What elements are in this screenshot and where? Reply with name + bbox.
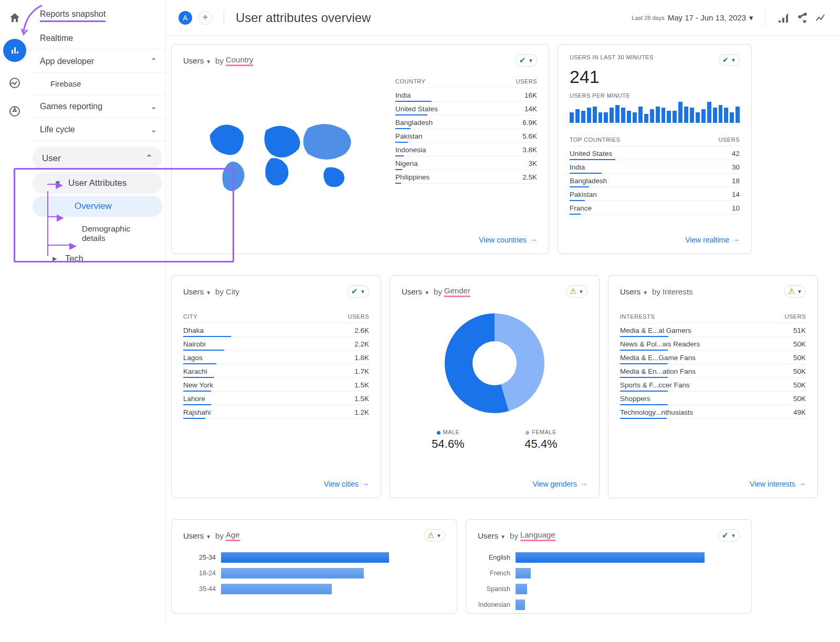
bar-row: 25-34 — [183, 552, 445, 563]
table-row[interactable]: United States14K — [395, 102, 537, 115]
table-row[interactable]: Media & E...al Gamers51K — [620, 323, 806, 337]
table-row[interactable]: Karachi1.7K — [183, 364, 369, 378]
bar-row: 18-24 — [183, 568, 445, 578]
country-table: COUNTRYUSERS India16KUnited States14KBan… — [395, 75, 537, 236]
nav-overview[interactable]: Overview — [33, 196, 162, 217]
annotation-arrow-ua: ▶ — [57, 212, 64, 223]
share-icon[interactable] — [796, 12, 808, 24]
card-status-menu[interactable]: ✔▼ — [719, 54, 740, 66]
advertising-icon[interactable] — [7, 104, 22, 119]
table-row[interactable]: New York1.5K — [183, 378, 369, 392]
annotation-tree-h3 — [47, 245, 72, 246]
divider — [224, 10, 224, 26]
table-row[interactable]: India16K — [395, 88, 537, 102]
card-status-menu[interactable]: ✔▼ — [718, 529, 740, 542]
bar-row: Spanish — [478, 584, 740, 594]
add-comparison-button[interactable]: + — [198, 11, 212, 25]
view-genders-link[interactable]: View genders→ — [532, 480, 587, 488]
card-status-menu[interactable]: ⚠▼ — [424, 529, 445, 542]
nav-realtime[interactable]: Realtime — [29, 27, 165, 50]
table-row[interactable]: Lagos1.8K — [183, 351, 369, 364]
table-row[interactable]: United States42 — [570, 146, 740, 160]
table-row[interactable]: Technology...nthusiasts49K — [620, 405, 806, 419]
table-row[interactable]: Pakistan5.6K — [395, 129, 537, 143]
annotation-arrow-ov: ▶ — [69, 240, 77, 251]
nav-user-attributes[interactable]: ▾ User Attributes — [33, 172, 162, 194]
audience-badge[interactable]: A — [178, 11, 192, 25]
table-row[interactable]: Nigeria3K — [395, 156, 537, 170]
card-status-menu[interactable]: ⚠▼ — [566, 285, 587, 298]
language-bar-chart: EnglishFrenchSpanishIndonesian — [478, 552, 740, 610]
nav-games-reporting[interactable]: Games reporting⌄ — [29, 95, 165, 118]
dimension-label: Country — [226, 55, 254, 66]
metric-select[interactable]: Users▼ — [183, 56, 213, 65]
table-row[interactable]: France10 — [570, 201, 740, 215]
table-row[interactable]: Dhaka2.6K — [183, 323, 369, 337]
card-status-menu[interactable]: ✔▼ — [516, 54, 537, 67]
caret-right-icon: ▸ — [52, 254, 60, 264]
arrow-right-icon: → — [732, 236, 740, 244]
nav-tech[interactable]: ▸ Tech — [29, 248, 165, 269]
edit-comparisons-icon[interactable] — [777, 12, 790, 24]
gender-legend: MALE54.6% FEMALE45.4% — [402, 429, 587, 451]
world-map-chart — [183, 72, 386, 236]
card-status-menu[interactable]: ✔▼ — [348, 285, 369, 298]
realtime-card: USERS IN LAST 30 MINUTES ✔▼ 241 USERS PE… — [558, 44, 752, 254]
realtime-label: USERS IN LAST 30 MINUTES — [570, 54, 654, 66]
main-content: A + User attributes overview Last 28 day… — [166, 0, 840, 622]
chevron-down-icon: ⌄ — [150, 124, 157, 134]
nav-life-cycle[interactable]: Life cycle⌄ — [29, 118, 165, 141]
card-status-menu[interactable]: ⚠▼ — [784, 285, 806, 298]
nav-firebase[interactable]: Firebase — [29, 73, 165, 95]
table-row[interactable]: Media & En...ation Fans50K — [620, 364, 806, 378]
view-cities-link[interactable]: View cities→ — [324, 480, 369, 488]
view-realtime-link[interactable]: View realtime→ — [685, 236, 740, 244]
gender-donut-chart — [445, 313, 544, 413]
table-row[interactable]: India30 — [570, 160, 740, 174]
table-row[interactable]: Rajshahi1.2K — [183, 405, 369, 419]
table-row[interactable]: Media & E...Game Fans50K — [620, 351, 806, 364]
view-interests-link[interactable]: View interests→ — [750, 480, 806, 488]
arrow-right-icon: → — [799, 480, 806, 488]
metric-select[interactable]: Users▼ — [402, 287, 432, 296]
explore-icon[interactable] — [7, 76, 22, 90]
date-range-picker[interactable]: Last 28 days May 17 - Jun 13, 2023 ▾ — [632, 13, 753, 23]
arrow-right-icon: → — [580, 480, 587, 488]
metric-select[interactable]: Users▼ — [183, 531, 213, 540]
view-countries-link[interactable]: View countries→ — [479, 236, 537, 244]
users-by-country-card: Users▼ by Country ✔▼ — [171, 44, 549, 254]
bar-row: Indonesian — [478, 599, 740, 610]
metric-select[interactable]: Users▼ — [478, 531, 508, 540]
users-by-age-card: Users▼ by Age ⚠▼ 25-3418-2435-44 — [171, 519, 457, 614]
table-row[interactable]: Lahore1.5K — [183, 392, 369, 405]
bar-row: 35-44 — [183, 584, 445, 594]
table-row[interactable]: Philippines2.5K — [395, 170, 537, 184]
table-row[interactable]: Indonesia3.8K — [395, 143, 537, 156]
metric-select[interactable]: Users▼ — [620, 287, 650, 296]
bar-row: English — [478, 552, 740, 563]
city-table: CITYUSERS Dhaka2.6KNairobi2.2KLagos1.8KK… — [183, 310, 369, 419]
chevron-up-icon: ⌃ — [145, 153, 153, 164]
arrow-right-icon: → — [530, 236, 537, 244]
insights-icon[interactable] — [815, 12, 827, 24]
table-row[interactable]: Bangladesh6.9K — [395, 115, 537, 129]
nav-app-developer[interactable]: App developer⌃ — [29, 50, 165, 73]
nav-user[interactable]: User⌃ — [33, 146, 162, 170]
table-row[interactable]: News & Pol...ws Readers50K — [620, 337, 806, 351]
reports-icon[interactable] — [3, 39, 26, 62]
realtime-count: 241 — [570, 67, 740, 87]
users-by-gender-card: Users▼ by Gender ⚠▼ MALE54.6% FEMALE45.4… — [390, 275, 600, 498]
table-row[interactable]: Pakistan14 — [570, 187, 740, 201]
table-row[interactable]: Bangladesh18 — [570, 174, 740, 187]
table-row[interactable]: Sports & F...ccer Fans50K — [620, 378, 806, 392]
arrow-right-icon: → — [362, 480, 369, 488]
table-row[interactable]: Nairobi2.2K — [183, 337, 369, 351]
home-icon[interactable] — [7, 10, 22, 25]
users-per-minute-chart — [570, 102, 740, 123]
nav-reports-snapshot[interactable]: Reports snapshot — [29, 8, 165, 27]
table-row[interactable]: Shoppers50K — [620, 392, 806, 405]
chevron-up-icon: ⌃ — [150, 56, 157, 66]
nav-demographic-details[interactable]: Demographic details — [29, 219, 165, 248]
page-header: A + User attributes overview Last 28 day… — [166, 0, 840, 36]
metric-select[interactable]: Users▼ — [183, 287, 213, 296]
